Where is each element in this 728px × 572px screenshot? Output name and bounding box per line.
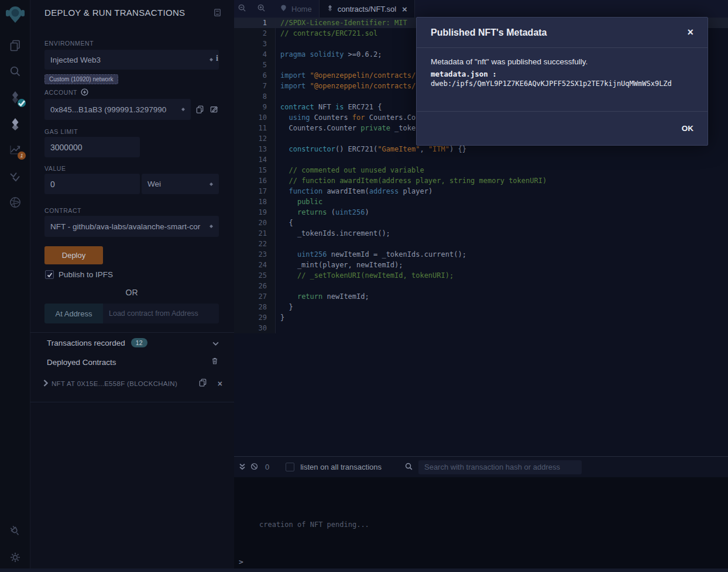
line-number: 13 <box>234 144 275 154</box>
gas-limit-input[interactable] <box>50 143 134 152</box>
line-number: 9 <box>234 102 275 112</box>
line-number: 8 <box>234 91 275 102</box>
chevron-down-icon[interactable] <box>212 337 219 348</box>
ipfs-url: dweb:/ipfs/QmYL9P1Z7KE6AQvKJPFF52SX1p2TE… <box>431 80 693 88</box>
terminal-search-input[interactable] <box>418 460 582 474</box>
line-number: 18 <box>234 197 275 207</box>
contract-select[interactable]: NFT - github/ava-labs/avalanche-smart-co… <box>44 216 219 237</box>
settings-gear-icon[interactable] <box>8 550 22 564</box>
select-arrows-icon <box>210 181 213 188</box>
terminal-tx-count: 0 <box>265 463 269 471</box>
code-line: 15 // commented out unused variable <box>234 165 728 175</box>
deploy-button[interactable]: Deploy <box>44 246 103 264</box>
line-number: 24 <box>234 260 275 270</box>
copy-instance-icon[interactable] <box>198 378 207 389</box>
code-line: 18 public <box>234 197 728 207</box>
copy-account-icon[interactable] <box>195 105 204 113</box>
modal-header: Published NFT's Metadata × <box>417 18 708 48</box>
code-line: 25 // _setTokenURI(newItemId, tokenURI); <box>234 270 728 281</box>
code-line: 26 <box>234 281 728 291</box>
divider <box>30 332 234 333</box>
documentation-icon[interactable] <box>213 8 222 19</box>
tab-contracts-nft-sol[interactable]: contracts/NFT.sol × <box>319 0 415 18</box>
line-number: 22 <box>234 239 275 249</box>
plugin-manager-icon[interactable] <box>8 524 22 538</box>
add-account-icon[interactable] <box>81 88 88 98</box>
terminal-prompt[interactable]: > <box>239 557 243 566</box>
close-tab-icon[interactable]: × <box>402 4 407 14</box>
select-arrows-icon <box>210 56 213 63</box>
modal-ok-button[interactable]: OK <box>682 124 693 133</box>
deployed-contract-instance[interactable]: NFT AT 0X15E...E558F (BLOCKCHAIN) × <box>43 378 222 389</box>
remix-ide-window: 1 DEPLOY & RUN TRANSACTIONS ENVIRONMENT … <box>0 0 728 572</box>
file-explorer-icon[interactable] <box>8 39 22 53</box>
clear-instances-trash-icon[interactable] <box>211 357 219 367</box>
remove-instance-icon[interactable]: × <box>218 379 222 388</box>
sign-message-icon[interactable] <box>210 105 218 113</box>
deployed-contracts-row: Deployed Contracts <box>47 357 219 367</box>
listen-transactions-checkbox[interactable] <box>286 463 294 471</box>
at-address-button[interactable]: At Address <box>44 304 103 323</box>
line-number: 19 <box>234 207 275 218</box>
line-number: 6 <box>234 70 275 81</box>
deploy-run-panel: DEPLOY & RUN TRANSACTIONS ENVIRONMENT In… <box>30 0 234 568</box>
metadata-file-name: metadata.json : <box>431 70 693 78</box>
code-line: 19 returns (uint256) <box>234 207 728 218</box>
divider <box>30 402 234 402</box>
publish-ipfs-row: Publish to IPFS <box>45 270 113 279</box>
terminal-log[interactable]: creation of NFT pending... > <box>234 477 728 568</box>
line-number: 4 <box>234 49 275 60</box>
value-unit-select[interactable]: Wei <box>142 174 219 194</box>
analytics-icon[interactable]: 1 <box>8 143 22 157</box>
code-line: 29} <box>234 312 728 323</box>
modal-close-icon[interactable]: × <box>687 26 693 39</box>
terminal-clear-icon[interactable] <box>250 462 258 473</box>
modal-body: Metadata of "nft" was published successf… <box>417 48 708 112</box>
or-label: OR <box>44 288 219 297</box>
unit-testing-icon[interactable] <box>8 170 22 184</box>
remix-logo-icon[interactable] <box>4 4 26 27</box>
code-line: 14 <box>234 154 728 165</box>
line-number: 27 <box>234 291 275 302</box>
search-icon[interactable] <box>8 64 22 78</box>
account-select[interactable]: 0x845...B1aB3 (999991.3297990 <box>44 99 191 120</box>
compile-success-badge <box>18 99 26 107</box>
network-badge: Custom (10920) network <box>44 74 118 84</box>
line-number: 15 <box>234 165 275 175</box>
zoom-in-icon[interactable] <box>257 4 266 15</box>
environment-info-icon[interactable]: i <box>216 54 218 63</box>
terminal-toolbar: 0 listen on all transactions <box>234 457 728 477</box>
environment-select[interactable]: Injected Web3 <box>44 50 219 70</box>
value-input[interactable] <box>50 180 134 189</box>
at-address-input[interactable] <box>103 304 219 323</box>
line-number: 16 <box>234 175 275 186</box>
tab-home[interactable]: Home <box>273 0 319 18</box>
solidity-compiler-icon[interactable] <box>8 90 22 104</box>
gas-limit-label: GAS LIMIT <box>44 128 78 135</box>
sphere-plugin-icon[interactable] <box>8 195 22 209</box>
published-metadata-modal: Published NFT's Metadata × Metadata of "… <box>416 17 708 146</box>
code-line: 28 } <box>234 302 728 312</box>
terminal-expand-icon[interactable] <box>239 462 246 473</box>
code-line: 20 { <box>234 218 728 228</box>
gas-limit-field-wrap <box>44 137 140 157</box>
remix-home-icon <box>280 4 287 13</box>
chevron-right-icon[interactable] <box>43 378 48 389</box>
line-number: 21 <box>234 228 275 239</box>
solidity-file-icon <box>327 5 334 13</box>
publish-ipfs-label: Publish to IPFS <box>59 270 113 279</box>
transactions-recorded-row[interactable]: Transactions recorded 12 <box>47 337 219 348</box>
code-line: 27 return newItemId; <box>234 291 728 302</box>
publish-ipfs-checkbox[interactable] <box>45 270 54 279</box>
code-line: 21 _tokenIds.increment(); <box>234 228 728 239</box>
line-number: 1 <box>234 18 275 28</box>
zoom-out-icon[interactable] <box>238 4 246 15</box>
line-number: 5 <box>234 60 275 70</box>
select-arrows-icon <box>210 223 213 230</box>
tab-bar: Home contracts/NFT.sol × <box>234 0 728 18</box>
line-number: 30 <box>234 323 275 333</box>
code-line: 16 // function awardItem(address player,… <box>234 175 728 186</box>
line-number: 17 <box>234 186 275 197</box>
select-arrows-icon <box>181 106 185 113</box>
deploy-run-icon[interactable] <box>8 117 22 131</box>
